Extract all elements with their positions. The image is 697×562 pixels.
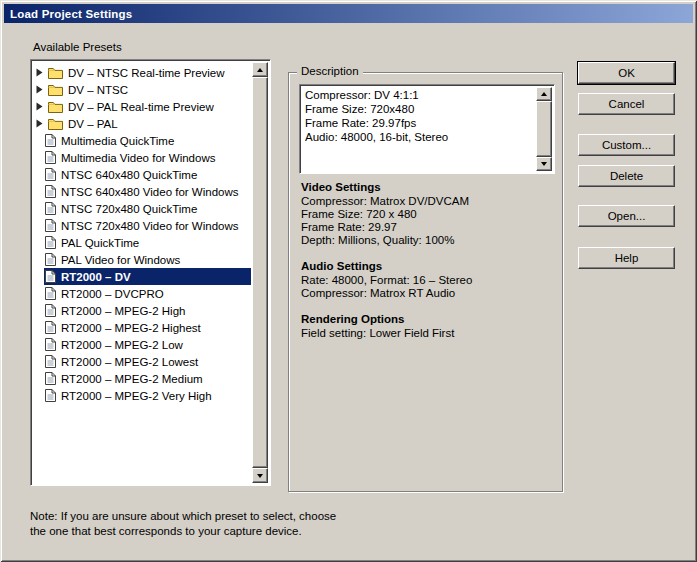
preset-item[interactable]: DV – NTSC Real-time Preview bbox=[33, 64, 251, 81]
description-textbox[interactable]: Compressor: DV 4:1:1Frame Size: 720x480F… bbox=[299, 84, 555, 174]
row-lead bbox=[33, 85, 47, 94]
preset-item-content[interactable]: RT2000 – MPEG-2 High bbox=[44, 302, 251, 319]
expander-triangle-icon[interactable] bbox=[36, 119, 43, 128]
preset-item[interactable]: Multimedia Video for Windows bbox=[33, 149, 251, 166]
description-section: Video SettingsCompressor: Matrox DV/DVCA… bbox=[301, 181, 556, 247]
preset-item-label: RT2000 – DV bbox=[61, 271, 131, 283]
preset-item-label: PAL QuickTime bbox=[61, 237, 139, 249]
preset-item-content[interactable]: RT2000 – DVCPRO bbox=[44, 285, 251, 302]
row-lead bbox=[33, 102, 47, 111]
preset-item-label: Multimedia QuickTime bbox=[61, 135, 174, 147]
note-line: Note: If you are unsure about which pres… bbox=[30, 509, 336, 524]
preset-item-label: RT2000 – MPEG-2 High bbox=[61, 305, 185, 317]
titlebar[interactable]: Load Project Settings bbox=[4, 4, 693, 23]
available-presets-label: Available Presets bbox=[33, 41, 122, 53]
preset-item-content[interactable]: RT2000 – MPEG-2 Highest bbox=[44, 319, 251, 336]
preset-item-content[interactable]: RT2000 – DV bbox=[44, 268, 251, 285]
open-button[interactable]: Open... bbox=[578, 205, 675, 227]
preset-list-scrollbar[interactable] bbox=[252, 62, 268, 483]
preset-list: DV – NTSC Real-time PreviewDV – NTSCDV –… bbox=[33, 64, 251, 483]
preset-item-content[interactable]: RT2000 – MPEG-2 Low bbox=[44, 336, 251, 353]
preset-item[interactable]: RT2000 – MPEG-2 Highest bbox=[33, 319, 251, 336]
document-icon bbox=[45, 270, 56, 283]
expander-triangle-icon[interactable] bbox=[36, 102, 43, 111]
section-heading: Rendering Options bbox=[301, 313, 556, 326]
cancel-button[interactable]: Cancel bbox=[578, 93, 675, 115]
preset-item[interactable]: RT2000 – DVCPRO bbox=[33, 285, 251, 302]
preset-item[interactable]: RT2000 – MPEG-2 High bbox=[33, 302, 251, 319]
window-title: Load Project Settings bbox=[10, 8, 132, 20]
description-section: Rendering OptionsField setting: Lower Fi… bbox=[301, 313, 556, 340]
document-icon bbox=[45, 253, 56, 266]
preset-item-label: DV – NTSC Real-time Preview bbox=[68, 67, 225, 79]
section-line: Compressor: Matrox RT Audio bbox=[301, 287, 556, 300]
description-line: Compressor: DV 4:1:1 bbox=[305, 88, 534, 102]
preset-item-content[interactable]: Multimedia Video for Windows bbox=[44, 149, 251, 166]
section-line: Frame Size: 720 x 480 bbox=[301, 208, 556, 221]
preset-item-content[interactable]: DV – NTSC bbox=[47, 81, 251, 98]
expander-triangle-icon[interactable] bbox=[36, 85, 43, 94]
ok-button[interactable]: OK bbox=[578, 62, 675, 84]
description-line: Frame Rate: 29.97fps bbox=[305, 116, 534, 130]
document-icon bbox=[45, 202, 56, 215]
preset-item-label: Multimedia Video for Windows bbox=[61, 152, 215, 164]
preset-item[interactable]: RT2000 – DV bbox=[33, 268, 251, 285]
preset-item-content[interactable]: NTSC 720x480 Video for Windows bbox=[44, 217, 251, 234]
folder-icon bbox=[48, 118, 63, 130]
preset-item-content[interactable]: PAL QuickTime bbox=[44, 234, 251, 251]
document-icon bbox=[45, 355, 56, 368]
preset-item[interactable]: RT2000 – MPEG-2 Lowest bbox=[33, 353, 251, 370]
preset-item-content[interactable]: DV – NTSC Real-time Preview bbox=[47, 64, 251, 81]
preset-item-label: DV – NTSC bbox=[68, 84, 128, 96]
preset-item-label: RT2000 – MPEG-2 Very High bbox=[61, 390, 212, 402]
preset-item-content[interactable]: DV – PAL Real-time Preview bbox=[47, 98, 251, 115]
document-icon bbox=[45, 287, 56, 300]
preset-item-content[interactable]: NTSC 720x480 QuickTime bbox=[44, 200, 251, 217]
folder-icon bbox=[48, 84, 63, 96]
row-lead bbox=[33, 119, 47, 128]
preset-item[interactable]: RT2000 – MPEG-2 Medium bbox=[33, 370, 251, 387]
preset-item[interactable]: DV – PAL Real-time Preview bbox=[33, 98, 251, 115]
preset-item-content[interactable]: PAL Video for Windows bbox=[44, 251, 251, 268]
preset-item[interactable]: DV – PAL bbox=[33, 115, 251, 132]
preset-item[interactable]: NTSC 640x480 Video for Windows bbox=[33, 183, 251, 200]
section-heading: Video Settings bbox=[301, 181, 556, 194]
preset-item[interactable]: NTSC 640x480 QuickTime bbox=[33, 166, 251, 183]
load-project-settings-dialog: Load Project Settings Available Presets … bbox=[0, 0, 697, 562]
preset-item-label: DV – PAL bbox=[68, 118, 118, 130]
preset-item-content[interactable]: DV – PAL bbox=[47, 115, 251, 132]
description-summary: Compressor: DV 4:1:1Frame Size: 720x480F… bbox=[305, 88, 534, 144]
preset-item-content[interactable]: RT2000 – MPEG-2 Lowest bbox=[44, 353, 251, 370]
scrollbar-thumb[interactable] bbox=[536, 101, 552, 157]
arrow-down-icon[interactable] bbox=[252, 468, 268, 483]
preset-item[interactable]: DV – NTSC bbox=[33, 81, 251, 98]
custom-button[interactable]: Custom... bbox=[578, 134, 675, 156]
description-group: Description Compressor: DV 4:1:1Frame Si… bbox=[288, 72, 563, 492]
delete-button[interactable]: Delete bbox=[578, 165, 675, 187]
arrow-up-icon[interactable] bbox=[252, 62, 268, 77]
document-icon bbox=[45, 168, 56, 181]
preset-item-content[interactable]: RT2000 – MPEG-2 Very High bbox=[44, 387, 251, 404]
description-line: Audio: 48000, 16-bit, Stereo bbox=[305, 130, 534, 144]
preset-item-content[interactable]: NTSC 640x480 Video for Windows bbox=[44, 183, 251, 200]
preset-item[interactable]: RT2000 – MPEG-2 Low bbox=[33, 336, 251, 353]
document-icon bbox=[45, 185, 56, 198]
expander-triangle-icon[interactable] bbox=[36, 68, 43, 77]
description-scrollbar[interactable] bbox=[536, 87, 552, 171]
preset-item-content[interactable]: RT2000 – MPEG-2 Medium bbox=[44, 370, 251, 387]
preset-item[interactable]: PAL QuickTime bbox=[33, 234, 251, 251]
preset-item[interactable]: NTSC 720x480 Video for Windows bbox=[33, 217, 251, 234]
note-text: Note: If you are unsure about which pres… bbox=[30, 509, 336, 539]
preset-item[interactable]: PAL Video for Windows bbox=[33, 251, 251, 268]
preset-item[interactable]: RT2000 – MPEG-2 Very High bbox=[33, 387, 251, 404]
arrow-down-icon[interactable] bbox=[536, 157, 552, 171]
preset-item[interactable]: Multimedia QuickTime bbox=[33, 132, 251, 149]
preset-item[interactable]: NTSC 720x480 QuickTime bbox=[33, 200, 251, 217]
preset-item-content[interactable]: NTSC 640x480 QuickTime bbox=[44, 166, 251, 183]
description-label: Description bbox=[297, 65, 363, 77]
preset-item-content[interactable]: Multimedia QuickTime bbox=[44, 132, 251, 149]
document-icon bbox=[45, 134, 56, 147]
arrow-up-icon[interactable] bbox=[536, 87, 552, 101]
scrollbar-thumb[interactable] bbox=[252, 77, 268, 468]
help-button[interactable]: Help bbox=[578, 247, 675, 269]
